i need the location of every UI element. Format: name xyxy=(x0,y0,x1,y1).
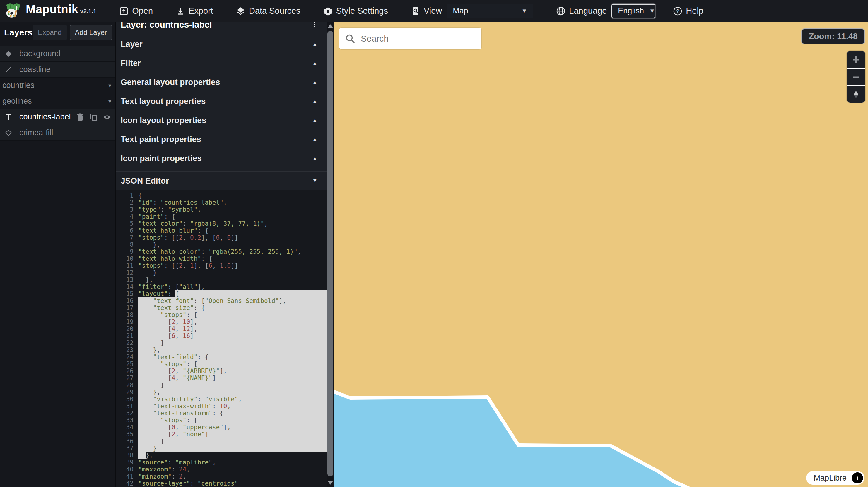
app-logo[interactable]: Maputnik v2.1.1 xyxy=(5,3,96,20)
line-number: 32 xyxy=(116,410,138,417)
scrollbar-thumb[interactable] xyxy=(328,31,333,477)
maputnik-app: Maputnik v2.1.1 OpenExportData SourcesSt… xyxy=(0,0,868,487)
code-line: 19 [2, 10], xyxy=(116,318,327,325)
export-icon xyxy=(176,6,185,16)
layer-list: backgroundcoastlinecountries▾geolines▾co… xyxy=(0,46,115,141)
section-text-paint-properties[interactable]: Text paint properties▲ xyxy=(116,130,334,149)
view-select[interactable]: Map ▼ xyxy=(446,4,533,18)
plus-icon xyxy=(851,55,860,64)
code-line: 12 } xyxy=(116,269,327,276)
svg-text:?: ? xyxy=(677,8,679,14)
add-layer-button[interactable]: Add Layer xyxy=(70,25,112,40)
section-filter[interactable]: Filter▲ xyxy=(116,54,334,73)
line-number: 4 xyxy=(116,213,138,220)
code-line: 32 "text-transform": { xyxy=(116,410,327,417)
export-button[interactable]: Export xyxy=(176,6,213,16)
section-general-layout-properties[interactable]: General layout properties▲ xyxy=(116,73,334,92)
sidebar-layer-countries-label[interactable]: countries-label xyxy=(0,109,115,125)
kebab-menu-icon[interactable]: ⁝ xyxy=(313,23,316,27)
zoom-out-button[interactable] xyxy=(847,68,865,86)
visibility-icon[interactable] xyxy=(103,113,111,121)
style-settings-button[interactable]: Style Settings xyxy=(323,6,388,16)
collapse-icon: ▲ xyxy=(312,117,317,124)
code-line: 4 "paint": { xyxy=(116,213,327,220)
layer-label: geolines xyxy=(2,97,32,106)
maputnik-logo-icon xyxy=(5,3,22,20)
line-number: 12 xyxy=(116,269,138,276)
section-layer[interactable]: Layer▲ xyxy=(116,35,334,54)
code-line: 14 "filter": ["all"], xyxy=(116,283,327,290)
map-search-box xyxy=(339,28,482,49)
code-line: 26 [2, "{ABBREV}"], xyxy=(116,367,327,375)
language-select[interactable]: English ▼ xyxy=(612,4,655,18)
sidebar-layer-countries[interactable]: countries▾ xyxy=(0,77,115,93)
code-line: 13 }, xyxy=(116,276,327,283)
section-icon-layout-properties[interactable]: Icon layout properties▲ xyxy=(116,111,334,130)
map-canvas[interactable] xyxy=(334,22,868,487)
help-icon: ? xyxy=(673,6,682,16)
code-line: 10 "text-halo-width": { xyxy=(116,255,327,262)
data-sources-button[interactable]: Data Sources xyxy=(236,6,301,16)
line-number: 2 xyxy=(116,199,138,206)
code-line: 34 [0, "uppercase"], xyxy=(116,424,327,431)
section-text-layout-properties[interactable]: Text layout properties▲ xyxy=(116,92,334,111)
zoom-in-button[interactable] xyxy=(847,51,865,68)
json-editor-header[interactable]: JSON Editor ▼ xyxy=(116,171,334,190)
chevron-down-icon[interactable]: ▾ xyxy=(108,98,111,105)
line-number: 15 xyxy=(116,290,138,297)
line-number: 36 xyxy=(116,438,138,445)
help-button[interactable]: ? Help xyxy=(673,6,704,16)
chevron-down-icon: ▼ xyxy=(649,8,655,14)
sidebar-layer-crimea-fill[interactable]: crimea-fill xyxy=(0,125,115,141)
zoom-level-indicator: Zoom: 11.48 xyxy=(801,28,865,44)
search-input[interactable] xyxy=(361,34,475,43)
expand-button[interactable]: Expand xyxy=(32,26,67,39)
collapse-icon: ▲ xyxy=(312,155,317,162)
style-settings-icon xyxy=(323,6,333,16)
layer-label: coastline xyxy=(19,65,51,74)
code-line: 24 "text-field": { xyxy=(116,354,327,361)
code-line: 21 [6, 16] xyxy=(116,332,327,339)
line-number: 18 xyxy=(116,312,138,318)
code-line: 3 "type": "symbol", xyxy=(116,206,327,213)
code-line: 38 }, xyxy=(116,452,327,459)
code-line: 28 ] xyxy=(116,382,327,389)
line-number: 29 xyxy=(116,389,138,396)
inspector-title-row: Layer: countries-label ⁝ xyxy=(116,22,334,35)
language-label: Language xyxy=(556,6,607,16)
symbol-icon xyxy=(4,113,13,121)
open-button[interactable]: Open xyxy=(119,6,153,16)
chevron-down-icon[interactable]: ▾ xyxy=(108,82,111,89)
delete-icon[interactable] xyxy=(76,113,84,121)
line-number: 33 xyxy=(116,417,138,424)
layer-label: countries xyxy=(2,81,35,90)
json-code-editor[interactable]: 1{2 "id": "countries-label",3 "type": "s… xyxy=(116,190,327,487)
section-icon-paint-properties[interactable]: Icon paint properties▲ xyxy=(116,149,334,168)
property-sections: Layer▲Filter▲General layout properties▲T… xyxy=(116,35,334,168)
scroll-up-icon[interactable] xyxy=(328,24,333,28)
code-line: 2 "id": "countries-label", xyxy=(116,199,327,206)
layers-title: Layers xyxy=(4,28,32,37)
compass-button[interactable] xyxy=(847,86,865,103)
sidebar-layer-geolines[interactable]: geolines▾ xyxy=(0,93,115,109)
info-button[interactable]: i xyxy=(852,473,863,484)
line-number: 20 xyxy=(116,325,138,332)
scroll-down-icon[interactable] xyxy=(328,481,333,485)
inspector-scrollbar[interactable] xyxy=(327,22,334,487)
code-line: 15 "layout": { xyxy=(116,290,327,297)
line-number: 19 xyxy=(116,318,138,325)
layer-label: background xyxy=(19,49,61,58)
code-line: 37 } xyxy=(116,445,327,452)
section-label: Text paint properties xyxy=(121,135,201,144)
view-label: View xyxy=(411,6,442,16)
expand-icon: ▼ xyxy=(312,177,317,184)
code-line: 27 [4, "{NAME}"] xyxy=(116,375,327,382)
sidebar-layer-coastline[interactable]: coastline xyxy=(0,62,115,77)
line-number: 40 xyxy=(116,466,138,473)
attribution-link[interactable]: MapLibre xyxy=(813,474,847,483)
duplicate-icon[interactable] xyxy=(90,113,98,121)
sidebar-layer-background[interactable]: background xyxy=(0,46,115,62)
line-number: 37 xyxy=(116,445,138,452)
minus-icon xyxy=(851,73,860,82)
code-line: 16 "text-font": ["Open Sans Semibold"], xyxy=(116,297,327,304)
